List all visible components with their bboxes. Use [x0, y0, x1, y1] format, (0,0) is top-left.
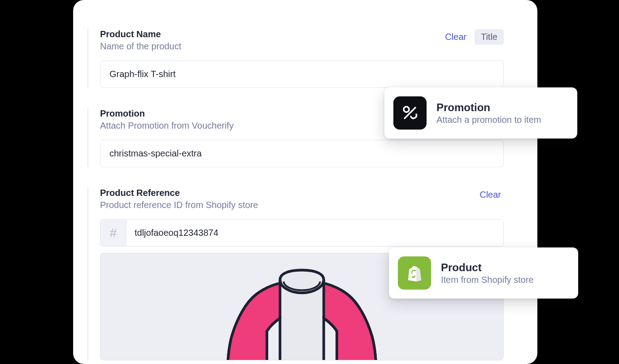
svg-point-0 — [404, 107, 409, 112]
product-name-input[interactable] — [100, 61, 504, 88]
product-name-label: Product Name — [100, 29, 181, 39]
product-reference-label: Product Reference — [100, 188, 258, 198]
product-card[interactable]: Product Item from Shopify store — [389, 247, 578, 299]
product-name-title-badge[interactable]: Title — [475, 29, 504, 45]
promotion-input[interactable] — [100, 140, 504, 167]
promotion-sublabel: Attach Promotion from Voucherify — [100, 121, 234, 131]
product-name-sublabel: Name of the product — [100, 41, 181, 52]
field-left-rail — [87, 188, 88, 360]
tshirt-image — [214, 261, 389, 360]
promotion-card-title: Promotion — [436, 101, 541, 114]
field-left-rail — [87, 108, 88, 167]
product-name-clear-button[interactable]: Clear — [442, 30, 469, 44]
promotion-card[interactable]: Promotion Attach a promotion to item — [384, 87, 577, 139]
percent-icon — [393, 96, 427, 130]
field-product-name: Product Name Name of the product Clear T… — [100, 29, 504, 88]
promotion-label: Promotion — [100, 108, 234, 119]
product-reference-clear-button[interactable]: Clear — [477, 188, 504, 202]
shopify-icon — [398, 256, 431, 290]
promotion-card-subtitle: Attach a promotion to item — [436, 115, 541, 125]
product-card-title: Product — [441, 261, 534, 274]
product-reference-sublabel: Product reference ID from Shopify store — [100, 200, 258, 210]
field-left-rail — [87, 29, 88, 88]
svg-line-1 — [405, 108, 415, 118]
form-panel: Product Name Name of the product Clear T… — [73, 0, 537, 364]
product-reference-input[interactable] — [126, 220, 503, 246]
hash-icon: # — [100, 220, 126, 246]
product-card-subtitle: Item from Shopify store — [441, 275, 534, 285]
